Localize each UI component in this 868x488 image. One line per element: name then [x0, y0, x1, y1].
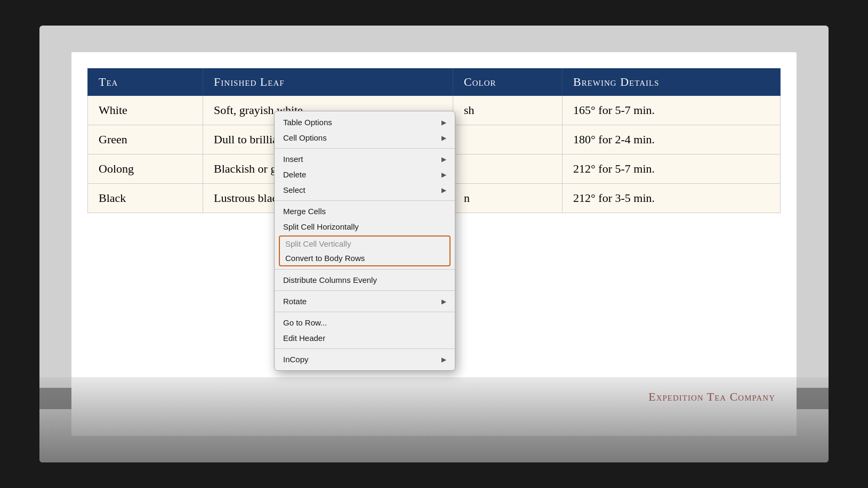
- menu-item-rotate[interactable]: Rotate ▶: [275, 294, 455, 309]
- cell-tea: Black: [88, 184, 203, 213]
- menu-item-distribute-columns[interactable]: Distribute Columns Evenly: [275, 272, 455, 288]
- menu-item-label: Insert: [283, 154, 303, 164]
- menu-item-merge-cells[interactable]: Merge Cells: [275, 204, 455, 219]
- menu-item-label: Convert to Body Rows: [285, 254, 365, 263]
- menu-item-label: InCopy: [283, 355, 309, 364]
- cell-tea: Green: [88, 125, 203, 154]
- submenu-arrow-icon: ▶: [441, 156, 446, 163]
- menu-separator: [275, 269, 455, 270]
- menu-item-select[interactable]: Select ▶: [275, 182, 455, 198]
- menu-separator: [275, 200, 455, 201]
- cell-brewing: 212° for 3-5 min.: [562, 184, 781, 213]
- col-header-finished-leaf: Finished Leaf: [203, 69, 453, 96]
- highlight-box: Split Cell Vertically Convert to Body Ro…: [279, 235, 451, 266]
- menu-separator: [275, 348, 455, 349]
- submenu-arrow-icon: ▶: [441, 298, 446, 305]
- menu-item-label: Distribute Columns Evenly: [283, 275, 377, 284]
- menu-item-split-cell-horizontally[interactable]: Split Cell Horizontally: [275, 219, 455, 234]
- menu-item-label: Table Options: [283, 118, 332, 127]
- menu-item-label: Rotate: [283, 297, 307, 306]
- company-label: Expedition Tea Company: [648, 390, 775, 404]
- cell-color: sh: [453, 96, 562, 125]
- cell-tea: Oolong: [88, 154, 203, 184]
- cell-brewing: 180° for 2-4 min.: [562, 125, 781, 154]
- submenu-arrow-icon: ▶: [441, 119, 446, 126]
- document-area: Tea Finished Leaf Color Brewing Details …: [39, 26, 829, 462]
- menu-item-label: Merge Cells: [283, 207, 326, 216]
- cell-color: n: [453, 184, 562, 213]
- menu-item-insert[interactable]: Insert ▶: [275, 151, 455, 167]
- context-menu: Table Options ▶ Cell Options ▶ Insert ▶ …: [274, 111, 455, 371]
- submenu-arrow-icon: ▶: [441, 356, 446, 363]
- cell-color: [453, 154, 562, 184]
- menu-item-label: Edit Header: [283, 334, 325, 343]
- menu-item-label: Split Cell Horizontally: [283, 222, 359, 231]
- menu-item-cell-options[interactable]: Cell Options ▶: [275, 130, 455, 145]
- cell-brewing: 212° for 5-7 min.: [562, 154, 781, 184]
- menu-item-label: Select: [283, 185, 306, 194]
- menu-item-table-options[interactable]: Table Options ▶: [275, 115, 455, 130]
- menu-separator: [275, 290, 455, 291]
- menu-separator: [275, 148, 455, 149]
- col-header-brewing: Brewing Details: [562, 69, 781, 96]
- cell-color: [453, 125, 562, 154]
- submenu-arrow-icon: ▶: [441, 186, 446, 194]
- menu-item-label: Go to Row...: [283, 318, 327, 327]
- menu-item-convert-to-body-rows[interactable]: Convert to Body Rows: [280, 251, 449, 265]
- menu-item-label: Split Cell Vertically: [285, 239, 351, 248]
- col-header-color: Color: [453, 69, 562, 96]
- menu-item-go-to-row[interactable]: Go to Row...: [275, 315, 455, 330]
- col-header-tea: Tea: [88, 69, 203, 96]
- menu-item-label: Cell Options: [283, 133, 327, 142]
- menu-separator: [275, 312, 455, 312]
- menu-item-edit-header[interactable]: Edit Header: [275, 330, 455, 346]
- submenu-arrow-icon: ▶: [441, 171, 446, 178]
- menu-item-incopy[interactable]: InCopy ▶: [275, 352, 455, 367]
- page-content: Tea Finished Leaf Color Brewing Details …: [71, 52, 797, 436]
- menu-item-label: Delete: [283, 170, 306, 179]
- menu-item-split-cell-vertically[interactable]: Split Cell Vertically: [280, 237, 449, 251]
- cell-brewing: 165° for 5-7 min.: [562, 96, 781, 125]
- cell-tea: White: [88, 96, 203, 125]
- submenu-arrow-icon: ▶: [441, 134, 446, 142]
- menu-item-delete[interactable]: Delete ▶: [275, 167, 455, 182]
